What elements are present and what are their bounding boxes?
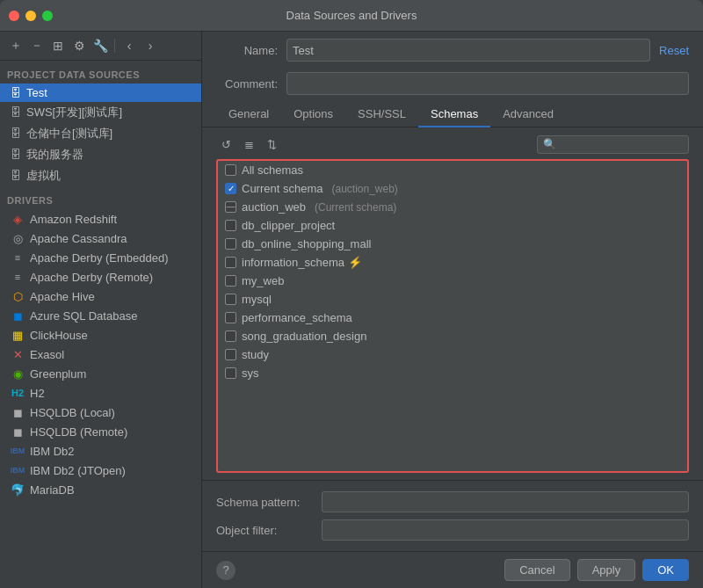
db-icon-sws: 🗄 (11, 106, 21, 119)
schema-checkbox-study[interactable] (225, 349, 236, 360)
driver-clickhouse[interactable]: ▦ ClickHouse (0, 325, 201, 345)
driver-greenplum[interactable]: ◉ Greenplum (0, 364, 201, 383)
schema-row-all[interactable]: All schemas (218, 161, 687, 179)
schema-row-study[interactable]: study (218, 345, 687, 364)
remove-icon[interactable]: － (28, 37, 46, 54)
schema-checkbox-my-web[interactable] (225, 275, 236, 287)
ibm-db2-icon: IBM (11, 444, 25, 458)
driver-ibm-db2-jtopen[interactable]: IBM IBM Db2 (JTOpen) (0, 461, 201, 480)
driver-h2[interactable]: H2 H2 (0, 383, 201, 403)
tab-schemas[interactable]: Schemas (418, 102, 490, 127)
schema-checkbox-mysql[interactable] (225, 294, 236, 305)
schema-row-my-web[interactable]: my_web (218, 272, 687, 290)
expand-all-button[interactable]: ≣ (239, 134, 258, 154)
schema-row-current[interactable]: ✓ Current schema (auction_web) (218, 179, 687, 198)
main-window: Data Sources and Drivers ＋ － ⊞ ⚙ 🔧 ‹ › P… (0, 0, 703, 588)
forward-icon[interactable]: › (141, 37, 159, 54)
sidebar: ＋ － ⊞ ⚙ 🔧 ‹ › Project Data Sources 🗄 Tes… (0, 32, 202, 588)
sidebar-item-wode[interactable]: 🗄 我的服务器 (0, 144, 201, 165)
ok-button[interactable]: OK (642, 559, 689, 581)
schema-checkbox-song-graduation[interactable] (225, 330, 236, 342)
name-row: Name: Reset (202, 32, 703, 65)
driver-hsqldb-local[interactable]: ◼ HSQLDB (Local) (0, 403, 201, 422)
schema-row-song-graduation[interactable]: song_graduation_design (218, 327, 687, 345)
schema-row-information-schema[interactable]: information_schema ⚡ (218, 253, 687, 272)
window-title: Data Sources and Drivers (286, 9, 417, 22)
driver-amazon-redshift-label: Amazon Redshift (30, 213, 117, 226)
schema-checkbox-sys[interactable] (225, 367, 236, 379)
schema-checkbox-information-schema[interactable] (225, 257, 236, 268)
schema-pattern-row: Schema pattern: (216, 488, 689, 516)
schema-row-db-clipper[interactable]: db_clipper_project (218, 216, 687, 235)
reset-link[interactable]: Reset (659, 44, 689, 57)
driver-mariadb[interactable]: 🐬 MariaDB (0, 480, 201, 499)
hsqldb-local-icon: ◼ (11, 405, 25, 419)
check-mark-current: ✓ (228, 184, 235, 193)
tools-icon[interactable]: 🔧 (91, 37, 109, 54)
schema-row-sys[interactable]: sys (218, 364, 687, 382)
schema-row-db-online[interactable]: db_online_shopping_mall (218, 235, 687, 253)
sidebar-item-cangku[interactable]: 🗄 仓储中台[测试库] (0, 123, 201, 144)
schema-checkbox-current[interactable]: ✓ (225, 183, 236, 194)
driver-azure-sql-label: Azure SQL Database (30, 309, 137, 323)
collapse-schemas-button[interactable]: ⇅ (262, 134, 281, 154)
driver-exasol[interactable]: ✕ Exasol (0, 345, 201, 364)
tab-ssh-ssl[interactable]: SSH/SSL (345, 102, 418, 127)
schema-row-auction-web[interactable]: — auction_web (Current schema) (218, 198, 687, 216)
tab-options[interactable]: Options (281, 102, 345, 127)
mariadb-icon: 🐬 (11, 483, 25, 497)
driver-ibm-db2-jtopen-label: IBM Db2 (JTOpen) (30, 464, 126, 477)
driver-apache-derby-embedded[interactable]: ≡ Apache Derby (Embedded) (0, 248, 201, 267)
name-input[interactable] (286, 39, 650, 62)
schema-row-mysql[interactable]: mysql (218, 290, 687, 309)
schema-checkbox-all[interactable] (225, 164, 236, 176)
add-icon[interactable]: ＋ (7, 37, 25, 54)
tabs-bar: General Options SSH/SSL Schemas Advanced (202, 98, 703, 127)
comment-input[interactable] (286, 72, 689, 95)
tab-general[interactable]: General (216, 102, 281, 127)
object-filter-input[interactable] (322, 519, 689, 541)
schemas-search-input[interactable] (560, 138, 683, 151)
driver-exasol-label: Exasol (30, 348, 64, 361)
settings-icon[interactable]: ⚙ (70, 37, 88, 54)
schema-row-performance-schema[interactable]: performance_schema (218, 309, 687, 327)
driver-hsqldb-remote[interactable]: ◼ HSQLDB (Remote) (0, 422, 201, 441)
comment-label: Comment: (216, 77, 278, 91)
driver-greenplum-label: Greenplum (30, 367, 86, 381)
back-icon[interactable]: ‹ (120, 37, 138, 54)
maximize-button[interactable] (42, 11, 53, 21)
help-button[interactable]: ? (216, 561, 236, 580)
sidebar-item-xunji[interactable]: 🗄 虚拟机 (0, 165, 201, 186)
schema-pattern-input[interactable] (322, 491, 689, 512)
comment-row: Comment: (202, 65, 703, 98)
copy-icon[interactable]: ⊞ (49, 37, 67, 54)
sidebar-item-test[interactable]: 🗄 Test (0, 83, 201, 102)
schema-checkbox-performance-schema[interactable] (225, 312, 236, 323)
bottom-section: Schema pattern: Object filter: (202, 480, 703, 551)
driver-azure-sql[interactable]: ◼ Azure SQL Database (0, 306, 201, 325)
azure-sql-icon: ◼ (11, 309, 25, 323)
driver-apache-hive[interactable]: ⬡ Apache Hive (0, 287, 201, 306)
schema-name-song-graduation: song_graduation_design (242, 330, 366, 343)
schemas-toolbar: ↺ ≣ ⇅ 🔍 (216, 134, 689, 154)
driver-ibm-db2-label: IBM Db2 (30, 445, 75, 458)
sidebar-item-sws[interactable]: 🗄 SWS[开发][测试库] (0, 102, 201, 123)
schema-checkbox-auction-web[interactable]: — (225, 201, 236, 213)
driver-apache-cassandra-label: Apache Cassandra (30, 232, 127, 245)
schema-checkbox-db-online[interactable] (225, 238, 236, 250)
amazon-redshift-icon: ◈ (11, 212, 25, 226)
minimize-button[interactable] (25, 11, 36, 21)
db-icon-cangku: 🗄 (11, 127, 21, 140)
driver-apache-derby-remote[interactable]: ≡ Apache Derby (Remote) (0, 267, 201, 287)
cancel-button[interactable]: Cancel (504, 559, 569, 581)
driver-apache-cassandra[interactable]: ◎ Apache Cassandra (0, 229, 201, 248)
project-datasources-header: Project Data Sources (0, 61, 201, 83)
refresh-schemas-button[interactable]: ↺ (216, 134, 236, 154)
schema-name-db-clipper: db_clipper_project (242, 219, 335, 232)
close-button[interactable] (9, 11, 19, 21)
tab-advanced[interactable]: Advanced (490, 102, 566, 127)
driver-amazon-redshift[interactable]: ◈ Amazon Redshift (0, 209, 201, 229)
apply-button[interactable]: Apply (577, 559, 636, 581)
schema-checkbox-db-clipper[interactable] (225, 220, 236, 231)
driver-ibm-db2[interactable]: IBM IBM Db2 (0, 441, 201, 461)
